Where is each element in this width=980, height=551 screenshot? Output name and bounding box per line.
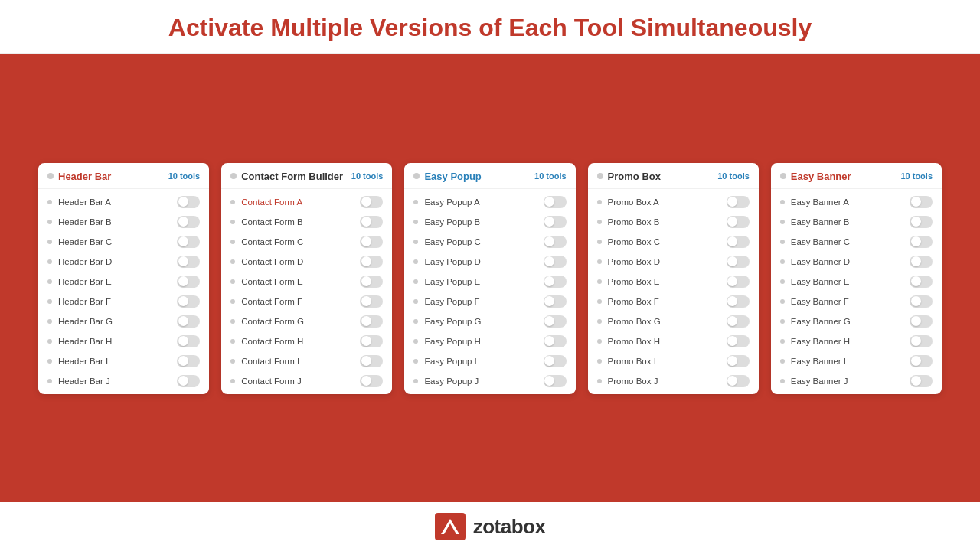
item-left: Easy Popup I (413, 357, 476, 366)
toggle-switch[interactable] (910, 216, 933, 228)
list-item: Header Bar C (38, 232, 209, 252)
toggle-switch[interactable] (727, 216, 750, 228)
toggle-switch[interactable] (544, 256, 567, 268)
toggle-switch[interactable] (727, 315, 750, 328)
toggle-switch[interactable] (727, 256, 750, 268)
toggle-switch[interactable] (360, 355, 383, 367)
tools-badge: 10 tools (534, 171, 567, 181)
toggle-switch[interactable] (177, 216, 200, 228)
item-dot (47, 200, 52, 204)
toggle-switch[interactable] (544, 216, 567, 228)
list-item: Contact Form F (221, 292, 392, 311)
toggle-switch[interactable] (544, 276, 567, 288)
item-dot (780, 359, 785, 364)
tool-card-contact-form: Contact Form Builder10 toolsContact Form… (221, 163, 392, 394)
card-header-left: Contact Form Builder (230, 171, 343, 182)
toggle-switch[interactable] (360, 256, 383, 268)
toggle-switch[interactable] (360, 335, 383, 347)
toggle-switch[interactable] (177, 335, 200, 347)
toggle-switch[interactable] (727, 335, 750, 347)
item-dot (230, 319, 235, 324)
toggle-switch[interactable] (177, 375, 200, 387)
item-label: Header Bar B (58, 217, 112, 227)
tool-card-easy-banner: Easy Banner10 toolsEasy Banner AEasy Ban… (771, 163, 942, 394)
item-left: Header Bar J (47, 377, 110, 386)
toggle-switch[interactable] (727, 236, 750, 248)
toggle-switch[interactable] (177, 355, 200, 367)
item-label: Contact Form H (241, 337, 303, 346)
card-title: Contact Form Builder (241, 171, 343, 182)
toggle-switch[interactable] (360, 236, 383, 248)
toggle-switch[interactable] (177, 295, 200, 308)
main-title: Activate Multiple Versions of Each Tool … (31, 14, 949, 42)
toggle-switch[interactable] (360, 295, 383, 308)
tools-badge: 10 tools (168, 171, 201, 181)
item-dot (47, 339, 52, 344)
card-header-left: Easy Banner (780, 171, 851, 182)
item-dot (780, 240, 785, 244)
tool-card-easy-popup: Easy Popup10 toolsEasy Popup AEasy Popup… (404, 163, 575, 394)
list-item: Easy Banner J (771, 371, 942, 391)
toggle-switch[interactable] (910, 355, 933, 367)
item-label: Easy Popup C (424, 237, 481, 246)
toggle-switch[interactable] (910, 295, 933, 308)
toggle-switch[interactable] (544, 355, 567, 367)
card-items: Easy Popup AEasy Popup BEasy Popup CEasy… (404, 189, 575, 394)
toggle-switch[interactable] (910, 335, 933, 347)
item-label: Contact Form A (241, 197, 302, 207)
toggle-switch[interactable] (910, 196, 933, 208)
toggle-switch[interactable] (910, 315, 933, 328)
toggle-switch[interactable] (360, 196, 383, 208)
toggle-switch[interactable] (910, 375, 933, 387)
toggle-switch[interactable] (544, 196, 567, 208)
toggle-switch[interactable] (727, 355, 750, 367)
tools-badge: 10 tools (900, 171, 933, 181)
list-item: Header Bar E (38, 272, 209, 292)
item-left: Easy Popup H (413, 337, 481, 346)
item-dot (413, 299, 418, 304)
list-item: Header Bar D (38, 252, 209, 272)
toggle-switch[interactable] (177, 236, 200, 248)
toggle-switch[interactable] (360, 276, 383, 288)
toggle-switch[interactable] (177, 276, 200, 288)
toggle-switch[interactable] (727, 375, 750, 387)
item-label: Promo Box J (608, 377, 658, 386)
item-left: Easy Popup D (413, 257, 481, 266)
list-item: Header Bar J (38, 371, 209, 391)
card-header-left: Header Bar (47, 171, 111, 182)
toggle-switch[interactable] (360, 216, 383, 228)
item-label: Easy Banner E (791, 277, 850, 286)
list-item: Easy Popup B (404, 212, 575, 232)
toggle-switch[interactable] (727, 196, 750, 208)
item-label: Header Bar C (58, 237, 112, 246)
item-left: Contact Form F (230, 297, 302, 306)
toggle-switch[interactable] (177, 256, 200, 268)
list-item: Header Bar I (38, 351, 209, 371)
toggle-switch[interactable] (910, 236, 933, 248)
zotabox-logo: zotabox (435, 513, 546, 540)
item-dot (780, 299, 785, 304)
item-label: Easy Popup J (424, 377, 479, 386)
item-label: Easy Popup E (424, 277, 480, 286)
item-label: Easy Banner A (791, 197, 849, 207)
toggle-switch[interactable] (544, 335, 567, 347)
item-label: Easy Banner C (791, 237, 850, 246)
toggle-switch[interactable] (544, 295, 567, 308)
toggle-switch[interactable] (910, 256, 933, 268)
toggle-switch[interactable] (360, 315, 383, 328)
toggle-switch[interactable] (177, 315, 200, 328)
item-label: Promo Box E (608, 277, 660, 286)
toggle-switch[interactable] (177, 196, 200, 208)
toggle-switch[interactable] (360, 375, 383, 387)
item-label: Easy Banner J (791, 377, 848, 386)
toggle-switch[interactable] (544, 315, 567, 328)
toggle-switch[interactable] (544, 375, 567, 387)
item-label: Easy Popup G (424, 317, 481, 326)
toggle-switch[interactable] (727, 295, 750, 308)
item-dot (597, 339, 602, 344)
item-dot (47, 279, 52, 284)
toggle-switch[interactable] (910, 276, 933, 288)
item-label: Promo Box H (608, 337, 660, 346)
toggle-switch[interactable] (727, 276, 750, 288)
toggle-switch[interactable] (544, 236, 567, 248)
